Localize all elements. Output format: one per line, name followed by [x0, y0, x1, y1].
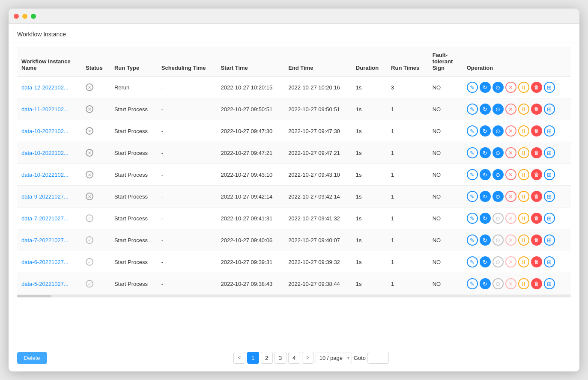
stop-button[interactable]: ✕	[505, 213, 516, 224]
delete-row-button[interactable]: 🗑	[531, 213, 542, 224]
pagination-page-4[interactable]: 4	[288, 352, 300, 364]
pagination-page-1[interactable]: 1	[247, 352, 259, 364]
minimize-button[interactable]	[22, 14, 27, 19]
pause-button[interactable]: ⏸	[518, 235, 529, 246]
stop-button[interactable]: ✕	[505, 125, 516, 137]
stop-button[interactable]: ✕	[505, 278, 516, 289]
pause-button[interactable]: ⏸	[518, 169, 529, 180]
stop-button[interactable]: ✕	[505, 235, 516, 246]
pause-button[interactable]: ⏸	[518, 213, 529, 224]
cell-duration: 1s	[352, 142, 387, 164]
pause-button[interactable]: ⏸	[518, 125, 529, 137]
view-button[interactable]: ⊙	[492, 213, 504, 224]
view-button[interactable]: ⊙	[492, 104, 504, 115]
edit-button[interactable]: ✎	[467, 147, 478, 158]
edit-button[interactable]: ✎	[467, 104, 478, 115]
workflow-name-link[interactable]: data-7-20221027...	[21, 215, 69, 222]
delete-row-button[interactable]: 🗑	[531, 235, 542, 246]
gantt-button[interactable]: ⊞	[544, 235, 555, 246]
gantt-button[interactable]: ⊞	[544, 147, 555, 158]
maximize-button[interactable]	[31, 14, 36, 19]
workflow-name-link[interactable]: data-6-20221027...	[21, 259, 69, 265]
gantt-button[interactable]: ⊞	[544, 191, 555, 202]
reload-button[interactable]: ↻	[480, 147, 491, 158]
workflow-name-link[interactable]: data-11-2022102...	[21, 106, 69, 113]
stop-button[interactable]: ✕	[505, 82, 516, 93]
view-button[interactable]: ⊙	[492, 147, 504, 158]
workflow-name-link[interactable]: data-12-2022102...	[21, 84, 69, 91]
horizontal-scrollbar[interactable]	[17, 295, 571, 297]
cell-status: ✕	[81, 142, 110, 164]
page-size-select[interactable]: 10 / page 20 / page 50 / page	[316, 353, 352, 363]
reload-button[interactable]: ↻	[480, 256, 491, 267]
stop-button[interactable]: ✕	[505, 191, 516, 202]
pause-button[interactable]: ⏸	[518, 278, 529, 289]
workflow-name-link[interactable]: data-5-20221027...	[21, 281, 69, 287]
gantt-button[interactable]: ⊞	[544, 213, 555, 224]
pagination-page-3[interactable]: 3	[275, 352, 287, 364]
pagination-page-2[interactable]: 2	[261, 352, 273, 364]
edit-button[interactable]: ✎	[467, 169, 478, 180]
edit-button[interactable]: ✎	[467, 82, 478, 93]
gantt-button[interactable]: ⊞	[544, 125, 555, 137]
delete-button[interactable]: Delete	[17, 352, 47, 364]
pagination: < 1 2 3 4 > 10 / page 20 / page 50 / pag…	[233, 352, 389, 364]
cell-operations: ✎ ↻ ⊙ ✕ ⏸ 🗑 ⊞	[463, 251, 571, 273]
pause-button[interactable]: ⏸	[518, 104, 529, 115]
edit-button[interactable]: ✎	[467, 213, 478, 224]
workflow-name-link[interactable]: data-7-20221027...	[21, 237, 69, 243]
close-button[interactable]	[14, 14, 19, 19]
reload-button[interactable]: ↻	[480, 278, 491, 289]
status-error-icon: ✕	[86, 171, 93, 178]
workflow-name-link[interactable]: data-10-2022102...	[21, 150, 69, 156]
view-button[interactable]: ⊙	[492, 125, 504, 137]
pause-button[interactable]: ⏸	[518, 256, 529, 267]
status-error-icon: ✕	[86, 193, 93, 200]
delete-row-button[interactable]: 🗑	[531, 104, 542, 115]
view-button[interactable]: ⊙	[492, 191, 504, 202]
reload-button[interactable]: ↻	[480, 82, 491, 93]
reload-button[interactable]: ↻	[480, 125, 491, 137]
edit-button[interactable]: ✎	[467, 256, 478, 267]
gantt-button[interactable]: ⊞	[544, 278, 555, 289]
edit-button[interactable]: ✎	[467, 191, 478, 202]
workflow-name-link[interactable]: data-10-2022102...	[21, 172, 69, 178]
stop-button[interactable]: ✕	[505, 147, 516, 158]
reload-button[interactable]: ↻	[480, 235, 491, 246]
delete-row-button[interactable]: 🗑	[531, 82, 542, 93]
delete-row-button[interactable]: 🗑	[531, 191, 542, 202]
pagination-next[interactable]: >	[302, 352, 314, 364]
view-button[interactable]: ⊙	[492, 256, 504, 267]
delete-row-button[interactable]: 🗑	[531, 169, 542, 180]
stop-button[interactable]: ✕	[505, 104, 516, 115]
reload-button[interactable]: ↻	[480, 169, 491, 180]
goto-input[interactable]	[367, 352, 389, 364]
view-button[interactable]: ⊙	[492, 235, 504, 246]
delete-row-button[interactable]: 🗑	[531, 147, 542, 158]
reload-button[interactable]: ↻	[480, 191, 491, 202]
delete-row-button[interactable]: 🗑	[531, 125, 542, 137]
pagination-prev[interactable]: <	[233, 352, 245, 364]
pause-button[interactable]: ⏸	[518, 191, 529, 202]
gantt-button[interactable]: ⊞	[544, 256, 555, 267]
delete-row-button[interactable]: 🗑	[531, 278, 542, 289]
gantt-button[interactable]: ⊞	[544, 104, 555, 115]
gantt-button[interactable]: ⊞	[544, 169, 555, 180]
workflow-name-link[interactable]: data-9-20221027...	[21, 193, 69, 200]
reload-button[interactable]: ↻	[480, 213, 491, 224]
pause-button[interactable]: ⏸	[518, 147, 529, 158]
workflow-name-link[interactable]: data-10-2022102...	[21, 128, 69, 134]
view-button[interactable]: ⊙	[492, 278, 504, 289]
edit-button[interactable]: ✎	[467, 278, 478, 289]
gantt-button[interactable]: ⊞	[544, 82, 555, 93]
pause-button[interactable]: ⏸	[518, 82, 529, 93]
view-button[interactable]: ⊙	[492, 169, 504, 180]
view-button[interactable]: ⊙	[492, 82, 504, 93]
stop-button[interactable]: ✕	[505, 256, 516, 267]
edit-button[interactable]: ✎	[467, 235, 478, 246]
edit-button[interactable]: ✎	[467, 125, 478, 137]
delete-row-button[interactable]: 🗑	[531, 256, 542, 267]
cell-scheduling: -	[157, 164, 217, 186]
reload-button[interactable]: ↻	[480, 104, 491, 115]
stop-button[interactable]: ✕	[505, 169, 516, 180]
